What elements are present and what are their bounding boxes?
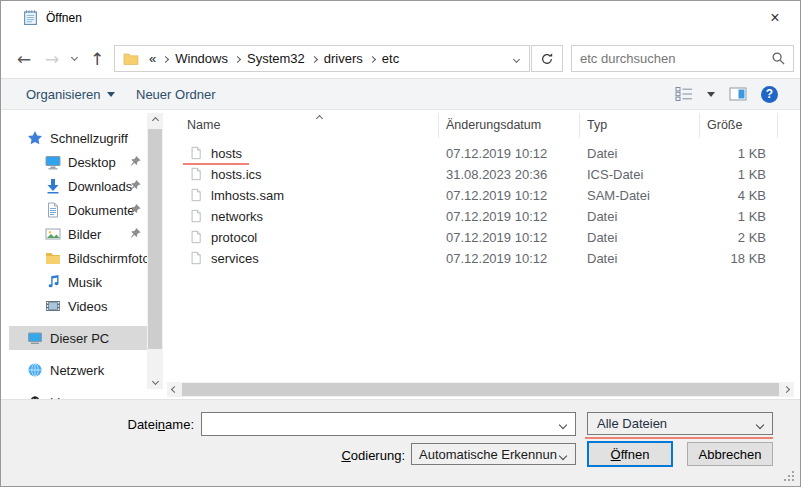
search-input[interactable]	[572, 46, 762, 71]
breadcrumb-separator-icon[interactable]	[311, 56, 318, 63]
folder-icon	[45, 250, 61, 266]
sidebar-item-videos[interactable]: Videos	[9, 294, 147, 318]
file-row-hosts-ics[interactable]: hosts.ics31.08.2023 20:36ICS-Datei1 KB	[167, 164, 794, 185]
sidebar-item-schnellzugriff[interactable]: Schnellzugriff	[9, 126, 147, 150]
preview-pane-icon[interactable]	[729, 86, 747, 102]
star-icon	[27, 130, 43, 146]
file-size: 1 KB	[637, 209, 766, 224]
sidebar-scrollbar-thumb[interactable]	[148, 129, 162, 349]
close-button[interactable]: ×	[758, 5, 792, 31]
sidebar-item-dieser-pc[interactable]: Dieser PC	[9, 326, 147, 350]
file-row-services[interactable]: services07.12.2019 10:12Datei18 KB	[167, 248, 794, 269]
filename-label: Dateiname:	[119, 417, 194, 432]
scroll-up-icon[interactable]	[147, 113, 163, 128]
refresh-button[interactable]	[531, 45, 563, 72]
column-header-size[interactable]: Größe	[707, 118, 742, 132]
file-list: hosts07.12.2019 10:12Datei1 KBhosts.ics3…	[167, 143, 794, 269]
breadcrumb-separator-icon[interactable]	[162, 56, 169, 63]
breadcrumb-segment[interactable]: System32	[244, 51, 308, 66]
file-row-protocol[interactable]: protocol07.12.2019 10:12Datei2 KB	[167, 227, 794, 248]
resize-grip-icon[interactable]	[784, 471, 794, 481]
breadcrumb-collapsed[interactable]: «	[146, 51, 159, 66]
column-header-name[interactable]: Name	[187, 118, 220, 132]
file-date: 07.12.2019 10:12	[446, 251, 547, 266]
filename-input[interactable]	[203, 414, 555, 434]
views-chevron-icon[interactable]	[707, 92, 715, 97]
file-row-networks[interactable]: networks07.12.2019 10:12Datei1 KB	[167, 206, 794, 227]
breadcrumb-segment[interactable]: drivers	[321, 51, 366, 66]
file-type: Datei	[587, 209, 617, 224]
filetype-dropdown[interactable]: Alle Dateien	[587, 412, 773, 435]
scroll-right-icon[interactable]	[779, 382, 794, 397]
address-bar[interactable]: «WindowsSystem32driversetc	[114, 45, 530, 72]
sidebar-item-bilder[interactable]: Bilder	[9, 222, 147, 246]
horizontal-scrollbar-thumb[interactable]	[182, 383, 779, 396]
file-row-lmhosts-sam[interactable]: lmhosts.sam07.12.2019 10:12SAM-Datei4 KB	[167, 185, 794, 206]
file-name[interactable]: services	[211, 251, 259, 266]
sidebar-item-bildschirmfotos[interactable]: Bildschirmfotos	[9, 246, 147, 270]
file-name[interactable]: protocol	[211, 230, 257, 245]
horizontal-scrollbar[interactable]	[167, 382, 794, 397]
column-header-date[interactable]: Änderungsdatum	[446, 118, 541, 132]
scroll-down-icon[interactable]	[147, 374, 163, 389]
computer-icon	[27, 330, 43, 346]
sort-ascending-icon	[316, 115, 323, 122]
sidebar-item-label: Netzwerk	[50, 363, 104, 378]
organize-button[interactable]: Organisieren	[26, 79, 115, 109]
file-name[interactable]: networks	[211, 209, 263, 224]
sidebar-item-downloads[interactable]: Downloads	[9, 174, 147, 198]
file-icon	[189, 145, 203, 161]
encoding-label: Codierung:	[331, 448, 405, 463]
help-icon[interactable]: ?	[761, 86, 778, 103]
file-row-hosts[interactable]: hosts07.12.2019 10:12Datei1 KB	[167, 143, 794, 164]
filename-chevron-icon[interactable]	[559, 421, 567, 429]
sidebar-item-label: Schnellzugriff	[50, 131, 128, 146]
file-date: 31.08.2023 20:36	[446, 167, 547, 182]
new-folder-button[interactable]: Neuer Ordner	[136, 79, 215, 109]
sidebar-item-musik[interactable]: Musik	[9, 270, 147, 294]
notepad-icon	[22, 9, 39, 26]
breadcrumb-segment[interactable]: Windows	[172, 51, 231, 66]
refresh-icon	[540, 52, 554, 66]
file-date: 07.12.2019 10:12	[446, 209, 547, 224]
encoding-dropdown[interactable]: Automatische Erkennun	[411, 443, 576, 465]
document-icon	[45, 202, 61, 218]
sidebar-item-label: Dieser PC	[50, 331, 109, 346]
open-button[interactable]: Öffnen	[587, 441, 673, 467]
address-dropdown-chevron-icon[interactable]	[513, 56, 520, 63]
breadcrumb-separator-icon[interactable]	[234, 56, 241, 63]
folder-icon	[123, 51, 139, 67]
annotation-underline-hosts	[183, 163, 249, 165]
file-size: 1 KB	[637, 167, 766, 182]
sidebar-item-dokumente[interactable]: Dokumente	[9, 198, 147, 222]
recent-locations-chevron-icon[interactable]	[71, 54, 78, 61]
sidebar-item-desktop[interactable]: Desktop	[9, 150, 147, 174]
details-view-icon[interactable]	[675, 86, 693, 102]
breadcrumb-segment[interactable]: etc	[379, 51, 402, 66]
search-box	[571, 45, 794, 72]
file-name[interactable]: lmhosts.sam	[211, 188, 284, 203]
sidebar-item-linux[interactable]: Linux	[9, 390, 147, 399]
file-size: 2 KB	[637, 230, 766, 245]
cancel-button[interactable]: Abbrechen	[687, 442, 773, 466]
back-icon[interactable]: ←	[17, 46, 31, 72]
sidebar-scrollbar[interactable]	[147, 113, 163, 389]
scroll-left-icon[interactable]	[167, 382, 182, 397]
chevron-down-icon	[107, 92, 115, 97]
breadcrumb-separator-icon[interactable]	[369, 56, 376, 63]
sidebar-item-label: Bilder	[68, 227, 101, 242]
file-date: 07.12.2019 10:12	[446, 146, 547, 161]
sidebar-item-netzwerk[interactable]: Netzwerk	[9, 358, 147, 382]
file-name[interactable]: hosts.ics	[211, 167, 262, 182]
up-icon[interactable]: ↑	[90, 46, 104, 72]
sidebar-item-label: Bildschirmfotos	[68, 251, 147, 266]
column-header-type[interactable]: Typ	[587, 118, 607, 132]
file-date: 07.12.2019 10:12	[446, 188, 547, 203]
file-date: 07.12.2019 10:12	[446, 230, 547, 245]
open-file-dialog: Öffnen × ← → ↑ «WindowsSystem32driverset…	[0, 0, 801, 487]
breadcrumb: «WindowsSystem32driversetc	[146, 51, 402, 66]
file-type: Datei	[587, 251, 617, 266]
file-type: Datei	[587, 146, 617, 161]
search-icon[interactable]	[771, 51, 786, 66]
file-name[interactable]: hosts	[211, 146, 242, 161]
